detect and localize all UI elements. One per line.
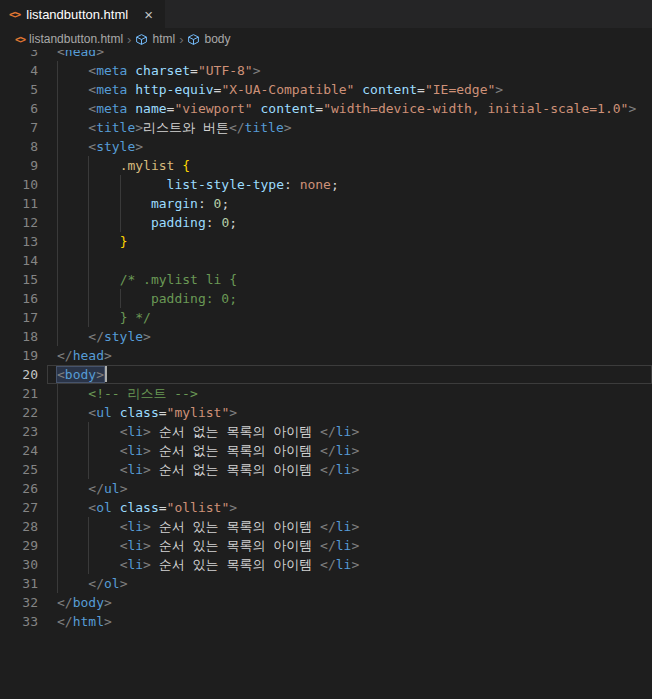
indent-whitespace: [57, 63, 88, 78]
code-line-29[interactable]: 29 <li> 순서 있는 목록의 아이템 </li>: [0, 536, 652, 555]
line-content: .mylist {: [47, 156, 652, 175]
line-number: 30: [0, 555, 47, 574]
indent-guide: [57, 574, 58, 593]
token: >: [495, 82, 503, 97]
code-line-33[interactable]: 33</html>: [0, 612, 652, 631]
code-line-8[interactable]: 8 <style>: [0, 137, 652, 156]
tab-bar: <> listandbutton.html ×: [0, 0, 652, 28]
indent-guide: [88, 308, 89, 327]
token: >: [96, 367, 104, 382]
breadcrumb: <> listandbutton.html › html › body: [0, 28, 652, 50]
token: =: [159, 500, 167, 515]
token: ol: [96, 500, 112, 515]
code-line-13[interactable]: 13 }: [0, 232, 652, 251]
line-content: <ul class="mylist">: [47, 403, 652, 422]
code-line-14[interactable]: 14: [0, 251, 652, 270]
breadcrumb-symbol-html[interactable]: html: [135, 32, 175, 46]
code-line-25[interactable]: 25 <li> 순서 없는 목록의 아이템 </li>: [0, 460, 652, 479]
line-content: </body>: [47, 593, 652, 612]
token: >: [143, 443, 151, 458]
code-line-11[interactable]: 11 margin: 0;: [0, 194, 652, 213]
token: head: [73, 348, 104, 363]
token: style: [104, 329, 143, 344]
editor[interactable]: 3<head>4 <meta charset="UTF-8">5 <meta h…: [0, 50, 652, 699]
token: li: [127, 557, 143, 572]
token: </: [57, 595, 73, 610]
code-line-20[interactable]: 20<body>: [0, 365, 652, 384]
line-number: 33: [0, 612, 47, 631]
code-line-31[interactable]: 31 </ol>: [0, 574, 652, 593]
token: <: [88, 405, 96, 420]
close-tab-icon[interactable]: ×: [142, 7, 155, 22]
line-content: <li> 순서 있는 목록의 아이템 </li>: [47, 555, 652, 574]
indent-whitespace: [57, 481, 88, 496]
token: "mylist": [167, 405, 230, 420]
code-line-27[interactable]: 27 <ol class="ollist">: [0, 498, 652, 517]
code-line-12[interactable]: 12 padding: 0;: [0, 213, 652, 232]
token: 순서 없는 목록의 아이템: [151, 462, 320, 477]
token: <: [88, 63, 96, 78]
line-content: <ol class="ollist">: [47, 498, 652, 517]
token: "ollist": [167, 500, 230, 515]
line-number: 27: [0, 498, 47, 517]
code-line-6[interactable]: 6 <meta name="viewport" content="width=d…: [0, 99, 652, 118]
line-number: 29: [0, 536, 47, 555]
indent-guide: [57, 194, 58, 213]
token: "IE=edge": [425, 82, 495, 97]
code-line-26[interactable]: 26 </ul>: [0, 479, 652, 498]
indent-guide: [57, 99, 58, 118]
token: title: [245, 120, 284, 135]
token: </: [320, 443, 336, 458]
token: none: [300, 177, 331, 192]
code-line-9[interactable]: 9 .mylist {: [0, 156, 652, 175]
code-line-28[interactable]: 28 <li> 순서 있는 목록의 아이템 </li>: [0, 517, 652, 536]
line-content: } */: [47, 308, 652, 327]
code-line-19[interactable]: 19</head>: [0, 346, 652, 365]
code-line-22[interactable]: 22 <ul class="mylist">: [0, 403, 652, 422]
code-line-7[interactable]: 7 <title>리스트와 버튼</title>: [0, 118, 652, 137]
symbol-element-icon: [187, 33, 200, 46]
line-content: /* .mylist li {: [47, 270, 652, 289]
token: list-style-type: [167, 177, 284, 192]
indent-guide: [57, 536, 58, 555]
code-line-4[interactable]: 4 <meta charset="UTF-8">: [0, 61, 652, 80]
token: >: [143, 519, 151, 534]
code-line-10[interactable]: 10 list-style-type: none;: [0, 175, 652, 194]
breadcrumb-symbol-body[interactable]: body: [187, 32, 230, 46]
code-line-30[interactable]: 30 <li> 순서 있는 목록의 아이템 </li>: [0, 555, 652, 574]
indent-guide: [57, 403, 58, 422]
code-line-16[interactable]: 16 padding: 0;: [0, 289, 652, 308]
code-line-3[interactable]: 3<head>: [0, 50, 652, 61]
token: li: [336, 443, 352, 458]
line-number: 14: [0, 251, 47, 270]
token: ul: [96, 405, 112, 420]
token: li: [127, 443, 143, 458]
code-line-32[interactable]: 32</body>: [0, 593, 652, 612]
code-line-23[interactable]: 23 <li> 순서 없는 목록의 아이템 </li>: [0, 422, 652, 441]
line-content: <li> 순서 있는 목록의 아이템 </li>: [47, 517, 652, 536]
code-line-17[interactable]: 17 } */: [0, 308, 652, 327]
line-number: 16: [0, 289, 47, 308]
tab-listandbutton-html[interactable]: <> listandbutton.html ×: [0, 0, 166, 28]
code-line-5[interactable]: 5 <meta http-equiv="X-UA-Compatible" con…: [0, 80, 652, 99]
token: "X-UA-Compatible": [221, 82, 354, 97]
html-file-icon: <>: [9, 8, 20, 21]
symbol-element-icon: [135, 33, 148, 46]
code-line-24[interactable]: 24 <li> 순서 없는 목록의 아이템 </li>: [0, 441, 652, 460]
indent-guide: [57, 308, 58, 327]
token: >: [143, 329, 151, 344]
code-line-21[interactable]: 21 <!-- 리스트 -->: [0, 384, 652, 403]
token: >: [351, 462, 359, 477]
code-line-15[interactable]: 15 /* .mylist li {: [0, 270, 652, 289]
line-number: 17: [0, 308, 47, 327]
token: ;: [331, 177, 339, 192]
token: <: [88, 120, 96, 135]
code-line-18[interactable]: 18 </style>: [0, 327, 652, 346]
indent-whitespace: [57, 329, 88, 344]
line-content: <li> 순서 없는 목록의 아이템 </li>: [47, 460, 652, 479]
token: li: [336, 538, 352, 553]
indent-guide: [57, 156, 58, 175]
breadcrumb-file[interactable]: <> listandbutton.html: [15, 32, 123, 46]
indent-guide: [57, 118, 58, 137]
line-content: <meta name="viewport" content="width=dev…: [47, 99, 652, 118]
